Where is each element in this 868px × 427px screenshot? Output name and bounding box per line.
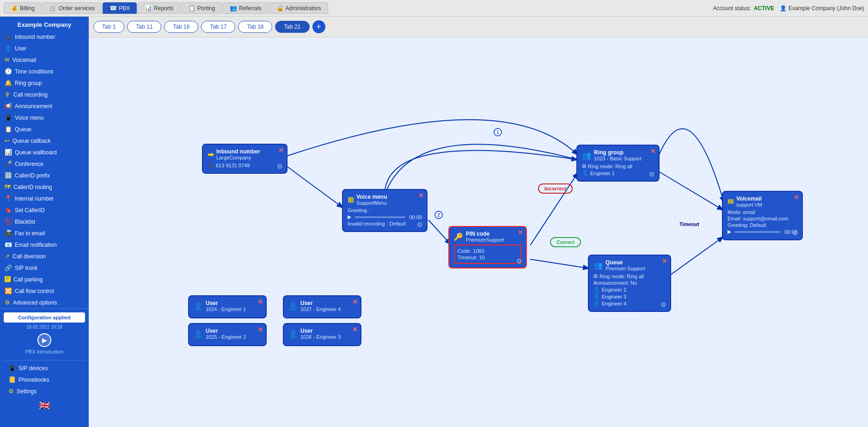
tab-11[interactable]: Tab 11 [127,21,161,33]
user-info[interactable]: 👤 Example Company (John Doe) [780,5,864,12]
add-tab-button[interactable]: + [312,20,325,33]
user-1024-node[interactable]: ✕ 👤 User 1024 - Engineer 1 [188,295,267,318]
sidebar-item-sip-trunk[interactable]: 🔗 SIP trunk [0,262,89,274]
call-diversion-icon: ↗ [5,253,10,260]
ring-group-close-btn[interactable]: ✕ [650,147,656,155]
sidebar-item-sip-devices[interactable]: 📱 SIP devices [4,362,85,374]
queue-close-btn[interactable]: ✕ [662,257,667,265]
pin-gear-btn[interactable]: ⚙ [516,257,522,265]
voicemail-close-btn[interactable]: ✕ [794,194,799,201]
user1025-close-btn[interactable]: ✕ [257,326,263,333]
voicemail-node[interactable]: ✕ ✉ Voicemail support VM Mode: email Ema… [722,191,803,240]
greeting-row: Greeting : [348,207,422,213]
tab-21[interactable]: Tab 21 [275,21,309,33]
sidebar-item-phonebooks[interactable]: 📒 Phonebooks [4,374,85,385]
play-icon[interactable]: ▶ [348,214,351,220]
sidebar-item-user[interactable]: 👤 User [0,43,89,54]
pin-close-btn[interactable]: ✕ [518,229,523,236]
sidebar-item-callerid-routing[interactable]: 🗺 CallerID routing [0,181,89,193]
pin-code-node[interactable]: ✕ 🔑 PIN code PremiumSupport Code: 1060 T… [448,226,527,268]
ring-member-icon: 👤 [582,170,588,176]
user-1027-node[interactable]: ✕ 👤 User 1027 - Engineer 4 [283,295,361,318]
ring-group-subtitle: 1023 - Basic Support [594,156,642,161]
user1026-close-btn[interactable]: ✕ [352,326,358,333]
tab-16[interactable]: Tab 16 [164,21,198,33]
config-applied-button[interactable]: Configuration applied [4,312,85,323]
inbound-gear-btn[interactable]: ⚙ [277,163,283,170]
sidebar-item-voicemail[interactable]: ✉ Voicemail [0,54,89,66]
sidebar-item-announcement[interactable]: 📢 Announcement [0,100,89,112]
queue-node-icon: 👥 [593,261,603,270]
pin-timeout-row: Timeout: 10 [458,255,518,260]
nav-reports[interactable]: 📊 Reports [138,2,180,14]
ring-group-gear-btn[interactable]: ⚙ [649,171,655,178]
sidebar-item-fax-email[interactable]: 📠 Fax to email [0,227,89,239]
ring-group-body: ⊞ Ring mode: Ring all 👤 Engineer 1 [582,163,654,176]
sidebar-item-call-flow-control[interactable]: 🔀 Call flow control [0,285,89,297]
sidebar-item-queue[interactable]: 📋 Queue [0,123,89,135]
sidebar-item-call-parking[interactable]: 🅿 Call parking [0,274,89,285]
vm-audio-row: ▶ 00:00 [727,229,797,235]
language-flag[interactable]: 🇬🇧 [4,397,85,414]
tab-1[interactable]: Tab 1 [93,21,124,33]
queue-member4-icon: 👤 [593,300,600,306]
pin-code-value: 1060 [473,248,484,254]
sidebar-item-queue-callback[interactable]: ↩ Queue callback [0,135,89,146]
flow-canvas[interactable]: 1 2 Timeout Incorrect Correct ✕ ➡ Inboun… [89,37,868,427]
order-label: Order services [59,5,95,12]
pbx-intro-play-button[interactable]: ▶ [37,333,51,347]
sidebar-item-voice-menu[interactable]: 📱 Voice menu [0,112,89,123]
announcement-label: Announcement [15,103,52,110]
user1026-icon: 👤 [288,329,298,338]
sidebar-item-set-callerid[interactable]: 🔖 Set CallerID [0,204,89,216]
invalid-value: : Default [387,221,406,226]
nav-billing[interactable]: 💰 Billing [4,2,42,14]
voicemail-gear-btn[interactable]: ⚙ [792,229,798,237]
sidebar-item-queue-wallboard[interactable]: 📊 Queue wallboard [0,146,89,158]
voice-menu-close-btn[interactable]: ✕ [418,192,424,199]
nav-referrals[interactable]: 👥 Referrals [223,2,269,14]
inbound-close-btn[interactable]: ✕ [278,146,284,154]
sidebar-item-time-conditions[interactable]: 🕐 Time conditions [0,66,89,77]
tab-17[interactable]: Tab 17 [201,21,235,33]
sidebar-item-settings[interactable]: ⚙ Settings [4,385,85,397]
tabs-bar: Tab 1 Tab 11 Tab 16 Tab 17 Tab 18 Tab 21… [89,17,868,37]
tab-18[interactable]: Tab 18 [238,21,272,33]
sidebar-item-call-recording[interactable]: 🎙 Call recording [0,89,89,100]
queue-node[interactable]: ✕ 👥 Queue Premium Support ⊞ Ring mode: R… [588,255,671,312]
voice-menu-node[interactable]: ✕ ⊞ Voice menu SupportMenu Greeting : ▶ [342,189,428,232]
user-1026-node[interactable]: ✕ 👤 User 1026 - Engineer 3 [283,323,361,346]
user-1025-node[interactable]: ✕ 👤 User 1025 - Engineer 2 [188,323,267,346]
queue-gear-btn[interactable]: ⚙ [660,301,666,308]
phonebooks-label: Phonebooks [18,377,49,383]
nav-order[interactable]: 🛒 Order services [43,2,102,14]
billing-label: Billing [20,5,35,12]
voicemail-node-subtitle: support VM [736,202,762,207]
sidebar-item-internal-number[interactable]: 📍 Internal number [0,193,89,204]
sip-trunk-icon: 🔗 [5,264,12,271]
user1027-title: User [300,300,341,306]
queue-title: Queue [605,259,645,266]
vm-play-icon[interactable]: ▶ [727,229,731,235]
ring-mode-row: ⊞ Ring mode: Ring all [582,163,654,169]
sidebar-item-callerid-prefix[interactable]: 🔢 CallerID prefix [0,170,89,181]
flow-number-1: 1 [494,128,502,136]
vm-mode-row: Mode: email [727,209,797,215]
nav-pbx[interactable]: ☎ PBX [103,2,137,14]
inbound-number-node[interactable]: ✕ ➡ Inbound number LargeCompany 📞 613 91… [202,144,287,174]
user1024-close-btn[interactable]: ✕ [257,298,263,305]
callerid-routing-label: CallerID routing [13,184,52,190]
sidebar-item-ring-group[interactable]: 🔔 Ring group [0,77,89,89]
pin-timeout-label: Timeout: [458,255,477,260]
voice-menu-gear-btn[interactable]: ⚙ [417,221,423,228]
user1027-close-btn[interactable]: ✕ [352,298,358,305]
sidebar-item-conference[interactable]: 🎤 Conference [0,158,89,170]
sidebar-item-inbound-number[interactable]: 📞 Inbound number [0,31,89,43]
sidebar-item-call-diversion[interactable]: ↗ Call diversion [0,250,89,262]
sidebar-item-advanced-options[interactable]: ⚙ Advanced options [0,297,89,308]
sidebar-item-email-notification[interactable]: 📧 Email notification [0,239,89,250]
nav-admins[interactable]: 🔒 Administrators [269,2,328,14]
sidebar-item-blacklist[interactable]: 🚫 Blacklist [0,216,89,227]
ring-group-node[interactable]: ✕ 👥 Ring group 1023 - Basic Support ⊞ Ri… [576,145,660,182]
nav-porting[interactable]: 📋 Porting [181,2,222,14]
